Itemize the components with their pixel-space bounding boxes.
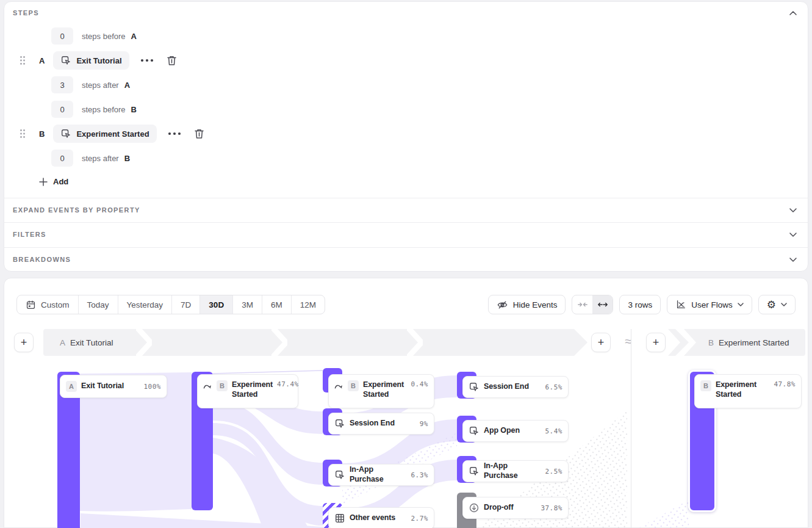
flow-node-value: 0.4% xyxy=(411,380,429,388)
event-click-icon xyxy=(334,418,345,429)
event-click-icon xyxy=(469,466,480,477)
event-click-icon xyxy=(60,128,71,139)
flow-node-session-end[interactable]: Session End 9% xyxy=(328,413,434,435)
steps-panel-title: STEPS xyxy=(13,9,39,16)
section-filters-label: FILTERS xyxy=(13,231,46,238)
steps-before-a-label: steps before xyxy=(82,32,126,41)
step-badge: B xyxy=(348,380,359,391)
add-step-button[interactable]: Add xyxy=(39,177,68,186)
steps-before-a-row: 0 steps before A xyxy=(51,27,137,45)
flow-node-label: App Open xyxy=(484,426,520,436)
more-options-icon[interactable] xyxy=(140,59,154,62)
more-options-icon[interactable] xyxy=(168,132,181,136)
flow-node-label: In-App Purchase xyxy=(350,465,407,484)
add-step-label: Add xyxy=(53,177,68,186)
flow-node-drop-off[interactable]: Drop-off 37.8% xyxy=(462,497,569,519)
step-badge: A xyxy=(66,381,77,392)
steps-before-b-letter: B xyxy=(131,105,137,114)
section-breakdowns-label: BREAKDOWNS xyxy=(13,256,71,263)
step-a-event-button[interactable]: Exit Tutorial xyxy=(53,51,129,70)
flow-node-session-end-2[interactable]: Session End 6.5% xyxy=(462,376,569,398)
flows-report-card: Custom Today Yesterday 7D 30D 3M 6M 12M … xyxy=(4,278,808,528)
flow-node-experiment-started-target[interactable]: B Experiment Started 47.8% xyxy=(694,374,802,408)
flow-node-value: 37.8% xyxy=(541,504,562,512)
flow-node-app-open[interactable]: App Open 5.4% xyxy=(462,420,569,442)
steps-before-b-row: 0 steps before B xyxy=(51,101,137,118)
steps-before-a-input[interactable]: 0 xyxy=(51,27,73,45)
flow-node-experiment-started-small[interactable]: B Experiment Started 0.4% xyxy=(328,374,434,408)
flow-node-label: Drop-off xyxy=(484,503,514,513)
redirect-arrow-icon xyxy=(334,382,343,391)
drag-handle-icon[interactable] xyxy=(20,56,26,65)
flow-node-label: Other events xyxy=(350,513,395,523)
redirect-arrow-icon xyxy=(203,382,212,391)
step-b-event-label: Experiment Started xyxy=(76,129,149,139)
steps-after-b-input[interactable]: 0 xyxy=(51,150,73,167)
flow-node-value: 100% xyxy=(144,383,162,391)
chevron-down-icon xyxy=(789,258,797,262)
step-b-event-button[interactable]: Experiment Started xyxy=(53,125,156,143)
section-filters[interactable]: FILTERS xyxy=(4,222,808,247)
trash-icon[interactable] xyxy=(167,55,177,66)
user-flows-page: STEPS 0 steps before A A Exit Tutorial 3… xyxy=(0,0,812,528)
flow-node-label: In-App Purchase xyxy=(484,461,541,480)
steps-after-a-input[interactable]: 3 xyxy=(51,76,73,93)
flow-node-exit-tutorial[interactable]: A Exit Tutorial 100% xyxy=(60,375,167,398)
flow-node-in-app-purchase-2[interactable]: In-App Purchase 2.5% xyxy=(462,460,569,482)
step-badge: B xyxy=(217,380,228,391)
step-a-row: A Exit Tutorial xyxy=(20,51,177,70)
drop-off-icon xyxy=(469,502,480,513)
step-badge: B xyxy=(700,380,711,391)
flow-node-other-events[interactable]: Other events 2.7% xyxy=(328,507,434,528)
event-click-icon xyxy=(60,55,71,66)
flow-node-value: 6.5% xyxy=(545,383,563,391)
event-click-icon xyxy=(334,469,345,480)
chevron-down-icon xyxy=(789,208,797,212)
flow-node-in-app-purchase[interactable]: In-App Purchase 6.3% xyxy=(328,464,434,486)
steps-after-a-letter: A xyxy=(124,81,130,90)
flow-node-value: 6.3% xyxy=(411,471,429,479)
drag-handle-icon[interactable] xyxy=(20,129,26,139)
section-expand-events[interactable]: EXPAND EVENTS BY PROPERTY xyxy=(4,198,808,222)
steps-after-b-label: steps after xyxy=(82,154,119,163)
trash-icon[interactable] xyxy=(194,128,204,139)
step-a-letter: A xyxy=(39,56,45,65)
steps-after-b-letter: B xyxy=(124,154,130,163)
flow-node-value: 5.4% xyxy=(545,427,563,435)
flow-node-value: 47.8% xyxy=(774,380,796,388)
steps-before-b-input[interactable]: 0 xyxy=(51,101,73,118)
flow-node-experiment-started[interactable]: B Experiment Started 47.4% xyxy=(197,374,298,408)
steps-panel: STEPS 0 steps before A A Exit Tutorial 3… xyxy=(4,1,808,272)
grid-icon xyxy=(334,513,345,524)
flow-node-value: 9% xyxy=(420,420,428,428)
flow-node-label: Session End xyxy=(350,419,395,429)
event-click-icon xyxy=(469,425,480,436)
chevron-up-icon[interactable] xyxy=(789,11,797,15)
steps-after-b-row: 0 steps after B xyxy=(51,150,130,167)
section-breakdowns[interactable]: BREAKDOWNS xyxy=(4,247,808,272)
flow-node-value: 47.4% xyxy=(277,380,299,388)
flow-node-label: Experiment Started xyxy=(716,380,768,399)
step-b-row: B Experiment Started xyxy=(20,125,204,143)
step-b-letter: B xyxy=(39,129,45,139)
flow-node-value: 2.5% xyxy=(545,468,563,476)
steps-after-a-label: steps after xyxy=(82,81,119,90)
section-expand-events-label: EXPAND EVENTS BY PROPERTY xyxy=(13,206,140,214)
steps-before-b-label: steps before xyxy=(82,105,126,114)
flow-node-label: Experiment Started xyxy=(232,380,273,399)
step-a-event-label: Exit Tutorial xyxy=(76,56,121,65)
flow-node-label: Exit Tutorial xyxy=(81,382,124,391)
steps-after-a-row: 3 steps after A xyxy=(51,76,130,93)
event-click-icon xyxy=(469,382,480,392)
plus-icon xyxy=(39,178,48,186)
flow-node-value: 2.7% xyxy=(411,515,429,523)
steps-before-a-letter: A xyxy=(131,32,137,41)
flow-node-label: Experiment Started xyxy=(363,380,407,399)
chevron-down-icon xyxy=(789,233,797,237)
flow-node-label: Session End xyxy=(484,382,529,392)
